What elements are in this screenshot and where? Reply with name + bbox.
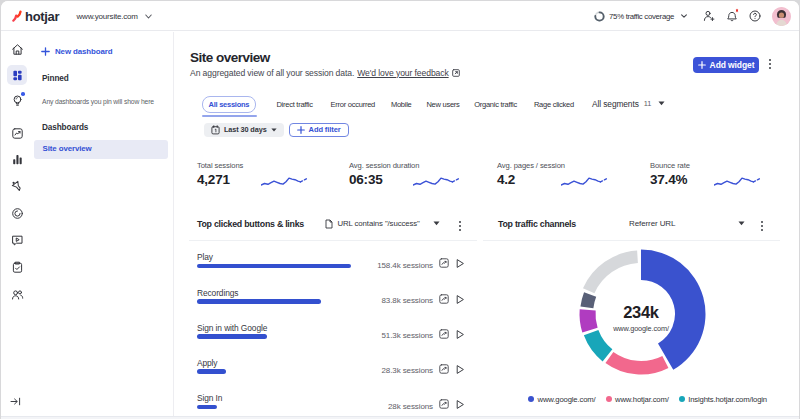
notification-dot xyxy=(735,8,740,13)
play-recordings-button[interactable] xyxy=(455,364,465,375)
site-selector-label: www.yoursite.com xyxy=(77,12,138,21)
page-title: Site overview xyxy=(190,50,270,65)
tab-organic-traffic[interactable]: Organic traffic xyxy=(474,100,517,109)
tab-new-users[interactable]: New users xyxy=(426,100,459,109)
card-divider xyxy=(189,240,477,241)
donut-segment-other-3[interactable] xyxy=(583,251,638,294)
tab-mobile[interactable]: Mobile xyxy=(391,100,412,109)
feedback-link[interactable]: We'd love your feedback xyxy=(357,68,448,78)
traffic-coverage[interactable]: 75% traffic coverage xyxy=(594,11,687,22)
legend-dot xyxy=(528,396,534,402)
sessions-count: 158.4k sessions xyxy=(317,261,433,270)
top-clicked-card-menu[interactable] xyxy=(459,221,461,231)
open-in-trends-button[interactable] xyxy=(439,399,449,409)
site-selector[interactable]: www.yoursite.com xyxy=(77,1,152,31)
caret-down-icon xyxy=(738,221,745,226)
main-content: Site overview An aggregated view of all … xyxy=(174,32,799,419)
notifications-button[interactable] xyxy=(726,10,738,22)
collapse-sidebar-button[interactable] xyxy=(10,397,21,407)
rail-recordings-button[interactable] xyxy=(7,230,27,250)
rail-dashboards-button[interactable] xyxy=(7,65,27,85)
caret-down-icon xyxy=(271,128,277,132)
kebab-dot xyxy=(459,229,461,231)
hotjar-logo[interactable]: hotjar xyxy=(12,1,59,31)
open-in-trends-button[interactable] xyxy=(439,364,449,374)
nav-rail xyxy=(1,32,33,419)
dashboards-icon xyxy=(11,69,24,82)
avatar-person-icon xyxy=(772,7,791,26)
active-tab-indicator xyxy=(202,115,257,117)
rail-metrics-button[interactable] xyxy=(7,149,27,169)
metric-sparkline xyxy=(714,175,761,187)
tab-error-occurred[interactable]: Error occurred xyxy=(331,100,375,109)
top-clicked-row-recordings: Recordings83.8k sessions xyxy=(197,288,443,318)
pinned-empty-hint: Any dashboards you pin will show here xyxy=(42,98,154,105)
rail-home-button[interactable] xyxy=(7,39,27,59)
kebab-dot xyxy=(769,67,771,69)
sessions-bar xyxy=(197,405,217,410)
pinned-section-header: Pinned xyxy=(42,74,69,83)
new-dashboard-button[interactable]: New dashboard xyxy=(41,44,112,59)
legend-label: Insights.hotjar.com/login xyxy=(688,395,767,404)
play-recordings-button[interactable] xyxy=(455,258,465,269)
donut-segment-www-hotjar-com-[interactable] xyxy=(605,352,668,374)
donut-segment-other-2[interactable] xyxy=(580,292,596,308)
rail-funnels-button[interactable] xyxy=(7,176,27,196)
url-filter-dropdown[interactable]: URL contains "/success" xyxy=(325,217,440,230)
external-link-icon xyxy=(452,69,460,77)
open-in-trends-button[interactable] xyxy=(439,329,449,339)
metric-sparkline xyxy=(261,175,308,187)
rail-surveys-button[interactable] xyxy=(7,257,27,277)
traffic-coverage-label: 75% traffic coverage xyxy=(609,12,674,21)
invite-user-button[interactable] xyxy=(703,10,715,22)
help-button[interactable] xyxy=(749,10,761,22)
traffic-channels-card-menu[interactable] xyxy=(761,221,763,231)
subtitle-text: An aggregated view of all your session d… xyxy=(190,68,354,78)
referrer-url-dropdown[interactable]: Referrer URL xyxy=(629,217,745,230)
user-avatar[interactable] xyxy=(772,7,791,26)
open-in-trends-button[interactable] xyxy=(439,294,449,304)
add-widget-label: Add widget xyxy=(710,60,755,70)
donut-segment-www-google-com-[interactable] xyxy=(641,250,706,370)
hotjar-app-window: hotjar www.yoursite.com 75% traffic cove… xyxy=(1,1,799,419)
kebab-dot xyxy=(459,225,461,227)
open-in-trends-button[interactable] xyxy=(439,258,449,268)
metric-avg-session-duration: Avg. session duration06:35 xyxy=(349,161,499,187)
metric-total-sessions: Total sessions4,271 xyxy=(197,161,347,187)
rail-trends-button[interactable] xyxy=(7,123,27,143)
add-widget-button[interactable]: Add widget xyxy=(693,57,759,73)
caret-down-icon xyxy=(658,101,665,106)
segments-label: All segments xyxy=(592,99,639,109)
tab-direct-traffic[interactable]: Direct traffic xyxy=(276,100,312,109)
plus-icon xyxy=(41,47,50,56)
kebab-dot xyxy=(769,59,771,61)
donut-segment-other-1[interactable] xyxy=(580,309,598,332)
new-feature-dot xyxy=(21,92,25,96)
caret-down-icon xyxy=(433,221,440,226)
metric-avg-pages-session: Avg. pages / session4.2 xyxy=(497,161,647,187)
rail-heatmaps-button[interactable] xyxy=(7,203,27,223)
segments-count: 11 xyxy=(644,99,652,108)
rail-interviews-button[interactable] xyxy=(7,284,27,304)
sessions-bar xyxy=(197,299,321,304)
collapse-sidebar-icon xyxy=(10,397,21,406)
add-filter-button[interactable]: Add filter xyxy=(289,123,349,137)
play-recordings-button[interactable] xyxy=(455,329,465,340)
legend-item: www.google.com/ xyxy=(528,395,596,404)
tab-rage-clicked[interactable]: Rage clicked xyxy=(534,100,574,109)
rail-insights-ai-button[interactable] xyxy=(7,90,27,110)
date-range-dropdown[interactable]: Last 30 days xyxy=(204,123,284,137)
traffic-ring-icon xyxy=(594,11,605,22)
play-recordings-button[interactable] xyxy=(455,399,465,410)
tab-all-sessions[interactable]: All sessions xyxy=(202,96,257,113)
filter-row: Last 30 days Add filter xyxy=(204,123,349,137)
sidebar-item-site-overview[interactable]: Site overview xyxy=(34,140,168,159)
all-segments-dropdown[interactable]: All segments 11 xyxy=(592,95,665,112)
page-menu-button[interactable] xyxy=(769,59,771,69)
url-filter-label: URL contains "/success" xyxy=(338,219,420,228)
donut-segment-insights-hotjar-com-login[interactable] xyxy=(584,330,613,361)
play-recordings-button[interactable] xyxy=(455,294,465,305)
page-subtitle: An aggregated view of all your session d… xyxy=(190,68,460,78)
sessions-count: 28.3k sessions xyxy=(317,366,433,375)
sessions-bar xyxy=(197,369,226,374)
